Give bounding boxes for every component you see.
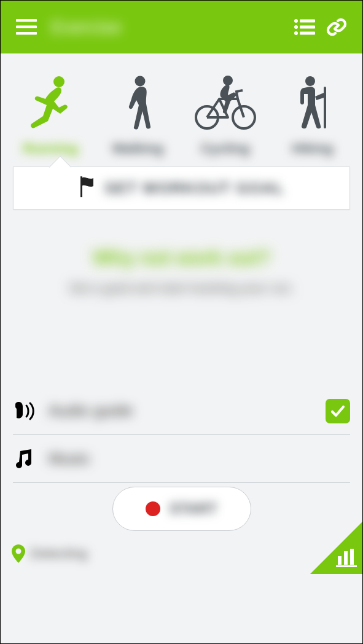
svg-point-5: [294, 25, 298, 29]
menu-button[interactable]: [13, 14, 40, 41]
svg-rect-2: [16, 32, 37, 35]
svg-rect-8: [300, 32, 315, 35]
audio-guide-checkbox[interactable]: [326, 399, 350, 423]
page-title: Exercise: [51, 17, 122, 37]
svg-rect-18: [336, 565, 357, 567]
activity-label: Walking: [112, 141, 164, 157]
svg-point-3: [294, 19, 298, 23]
svg-rect-20: [344, 551, 348, 565]
link-icon: [326, 17, 347, 37]
svg-rect-0: [16, 19, 37, 22]
svg-point-10: [135, 76, 146, 87]
svg-rect-6: [300, 26, 315, 29]
cycling-icon: [193, 77, 257, 130]
svg-point-13: [223, 76, 233, 85]
option-audio-guide[interactable]: Audio guide: [13, 387, 350, 435]
activity-label: Cycling: [201, 141, 249, 157]
activity-selector: Running Walking: [1, 77, 362, 167]
activity-walking[interactable]: Walking: [94, 77, 181, 157]
flag-icon: [79, 176, 95, 200]
list-button[interactable]: [291, 14, 318, 41]
motivation-sub: Set a goal and start tracking your run.: [19, 280, 344, 296]
checkmark-icon: [330, 403, 346, 419]
svg-point-7: [294, 31, 298, 35]
svg-point-14: [305, 76, 315, 86]
activity-running[interactable]: Running: [7, 77, 94, 157]
svg-rect-19: [338, 556, 342, 565]
record-dot-icon: [146, 501, 160, 516]
activity-label: Running: [23, 141, 78, 157]
running-icon: [26, 77, 75, 130]
header-bar: Exercise: [1, 1, 362, 53]
option-label: Music: [49, 449, 90, 468]
link-button[interactable]: [323, 14, 350, 41]
start-button-label: START: [169, 500, 217, 517]
svg-point-17: [16, 549, 21, 554]
list-icon: [294, 19, 315, 35]
activity-hiking[interactable]: Hiking: [269, 77, 356, 157]
svg-point-9: [53, 76, 64, 87]
svg-rect-21: [350, 549, 354, 565]
svg-rect-16: [80, 176, 82, 197]
location-pin-icon: [12, 544, 25, 563]
goal-button-label: SET WORKOUT GOAL: [104, 179, 284, 198]
option-music[interactable]: Music: [13, 435, 350, 483]
music-icon: [13, 449, 42, 469]
hamburger-icon: [16, 19, 37, 35]
svg-rect-1: [16, 26, 37, 29]
activity-cycling[interactable]: Cycling: [182, 77, 269, 157]
walking-icon: [120, 77, 155, 130]
app-root: Exercise: [0, 0, 363, 644]
svg-rect-15: [324, 87, 326, 128]
motivation-message: Why not work out? Set a goal and start t…: [1, 246, 362, 296]
gps-status-label: Detecting: [30, 546, 87, 562]
option-label: Audio guide: [49, 401, 133, 420]
hiking-icon: [293, 77, 332, 130]
footer: START Detecting: [1, 483, 362, 574]
goal-wrap: SET WORKOUT GOAL: [1, 167, 362, 210]
set-workout-goal-button[interactable]: SET WORKOUT GOAL: [13, 167, 350, 210]
bar-chart-icon: [336, 549, 357, 570]
audio-guide-icon: [13, 401, 42, 422]
activity-label: Hiking: [292, 141, 333, 157]
body: Running Walking: [1, 53, 362, 643]
options-list: Audio guide Music: [1, 387, 362, 483]
start-button[interactable]: START: [112, 487, 251, 531]
gps-status: Detecting: [12, 544, 87, 563]
motivation-heading: Why not work out?: [19, 246, 344, 269]
svg-rect-4: [300, 20, 315, 23]
